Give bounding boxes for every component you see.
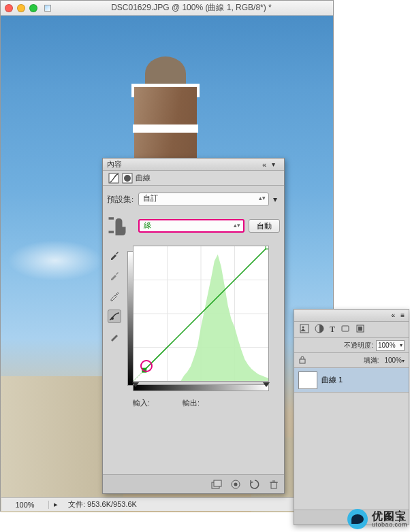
view-previous-icon[interactable] [230,478,242,491]
layer-filter-row: T [294,322,409,338]
layer-mask-thumb[interactable] [298,371,317,389]
preset-value: 自訂 [143,194,158,202]
preset-select[interactable]: 自訂 ▴▾ [138,193,269,206]
lock-icon[interactable] [298,356,306,365]
properties-panel: 內容 « ▾ 曲線 預設集: 自訂 ▴▾ ▾ 綠 ▴▾ [102,158,285,494]
auto-button[interactable]: 自動 [249,219,280,233]
zoom-level[interactable]: 100% [1,501,49,509]
input-label: 輸入: [133,398,150,408]
filter-image-icon[interactable] [300,324,309,336]
properties-titlebar[interactable]: 內容 « ▾ [103,159,284,171]
svg-point-16 [234,482,238,486]
filter-adjust-icon[interactable] [315,324,324,336]
properties-title: 內容 [107,159,122,169]
curves-graph[interactable] [133,246,269,382]
layer-row-curves1[interactable]: 曲線 1 [294,368,409,393]
status-bar: 100% ▸ 文件: 953.6K/953.6K ▸ [1,497,334,511]
layers-panel: « ≡ T 不透明度: 100%▾ 填滿: 100%▾ 曲線 1 ⇔ fx [294,309,409,525]
close-window-button[interactable] [5,4,13,12]
black-slider[interactable] [132,382,139,387]
watermark-en: utobao.com [372,522,407,528]
collapse-icon[interactable]: « [392,312,396,319]
fill-label: 填滿: [364,356,379,365]
edit-points-tool[interactable] [108,310,121,323]
svg-point-2 [124,175,131,182]
svg-rect-23 [342,326,349,331]
watermark: 优图宝 utobao.com [347,509,407,529]
delete-icon[interactable] [268,478,280,491]
reset-icon[interactable] [249,478,261,491]
filter-shape-icon[interactable] [341,324,350,336]
adjustment-tab-label: 曲線 [136,173,151,183]
clip-to-layer-icon[interactable] [210,478,223,491]
svg-rect-17 [271,482,277,488]
draw-tool[interactable] [108,330,121,344]
white-slider[interactable] [263,382,270,387]
status-nav-icon[interactable]: ▸ [49,500,63,509]
opacity-label: 不透明度: [344,341,373,350]
watermark-cn: 优图宝 [372,511,407,522]
svg-rect-26 [300,359,305,363]
preset-menu-icon[interactable]: ▾ [273,195,280,204]
layer-name[interactable]: 曲線 1 [321,375,343,385]
svg-rect-11 [266,246,268,249]
input-gradient[interactable] [133,384,269,391]
svg-point-21 [302,326,304,328]
preset-label: 預設集: [107,195,134,205]
watermark-logo-icon [347,509,368,529]
document-icon [44,5,51,12]
finger-tool-icon[interactable] [107,212,134,240]
doc-size-info[interactable]: 文件: 953.6K/953.6K [63,499,137,510]
eyedropper-black-icon[interactable] [108,248,121,262]
filter-type-icon[interactable]: T [330,325,335,335]
filter-smart-icon[interactable] [356,324,365,336]
panel-menu-icon[interactable]: ≡ [400,312,405,319]
minimize-window-button[interactable] [17,4,25,12]
eyedropper-white-icon[interactable] [108,289,121,303]
svg-rect-14 [214,480,221,486]
channel-select[interactable]: 綠 ▴▾ [138,219,245,233]
collapse-icon[interactable]: « [262,161,266,169]
opacity-field[interactable]: 100%▾ [376,340,405,351]
eyedropper-gray-icon[interactable] [108,269,121,282]
zoom-window-button[interactable] [29,4,37,12]
channel-value: 綠 [144,221,151,229]
window-titlebar[interactable]: DSC01629.JPG @ 100% (曲線 1, RGB/8*) * [1,1,333,16]
layers-titlebar[interactable]: « ≡ [294,310,409,322]
svg-rect-20 [300,325,309,333]
svg-rect-25 [358,327,362,331]
properties-footer [103,474,284,493]
window-title: DSC01629.JPG @ 100% (曲線 1, RGB/8*) * [54,2,329,14]
svg-point-3 [111,317,114,320]
fill-field[interactable]: 100%▾ [384,356,405,364]
curves-icon [108,173,119,184]
curve-point-highlight [140,360,153,372]
adjustment-tab[interactable]: 曲線 [103,171,284,186]
mask-icon [122,173,133,184]
output-label: 輸出: [183,398,200,408]
panel-menu-icon[interactable]: ▾ [272,161,280,169]
